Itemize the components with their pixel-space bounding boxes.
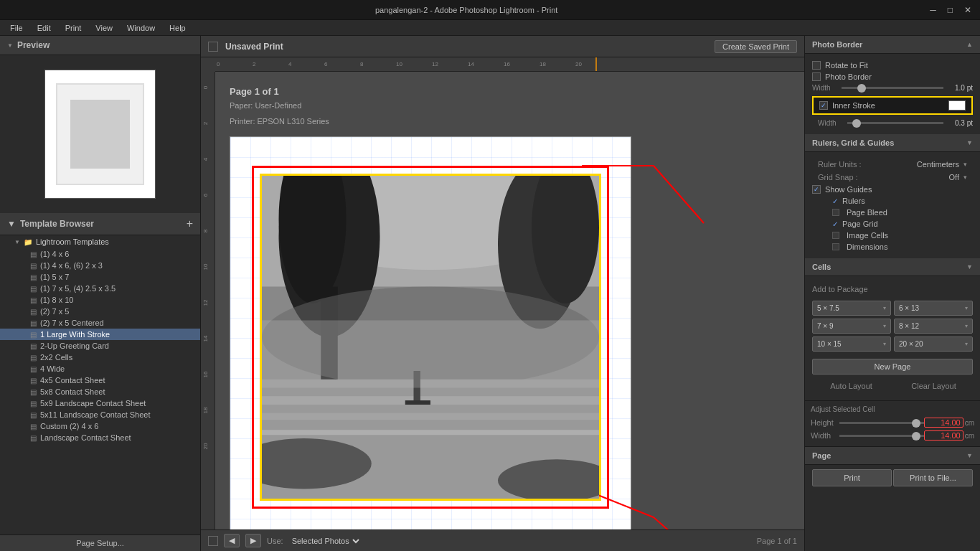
photo-border-arrow: ▲ <box>966 41 973 48</box>
photo-container[interactable] <box>252 166 609 509</box>
dimensions-checkbox[interactable] <box>832 243 839 250</box>
photo-border-header[interactable]: Photo Border ▲ <box>805 36 980 54</box>
height-unit: cm <box>965 419 974 427</box>
template-item-10[interactable]: ▤4 Wide <box>0 363 200 375</box>
template-item-11[interactable]: ▤4x5 Contact Sheet <box>0 375 200 386</box>
layout-buttons: Auto Layout Clear Layout <box>812 380 973 392</box>
template-icon-2: ▤ <box>30 273 37 281</box>
menu-bar: File Edit Print View Window Help <box>0 20 980 36</box>
inner-stroke-checkbox[interactable] <box>819 101 828 110</box>
border-width-slider[interactable] <box>842 87 943 89</box>
inner-stroke-label: Inner Stroke <box>832 101 944 110</box>
nav-prev-button[interactable]: ◀ <box>224 534 240 547</box>
page-section-header[interactable]: Page ▼ <box>805 446 980 465</box>
cells-header[interactable]: Cells ▼ <box>805 258 980 276</box>
border-width-label: Width <box>812 84 837 92</box>
preview-header[interactable]: ▼ Preview <box>0 36 200 55</box>
template-item-7[interactable]: ▤1 Large With Stroke <box>0 329 200 340</box>
template-item-1[interactable]: ▤(1) 4 x 6, (6) 2 x 3 <box>0 260 200 271</box>
menu-window[interactable]: Window <box>120 20 162 35</box>
preview-triangle: ▼ <box>7 42 13 49</box>
inner-stroke-color[interactable] <box>948 100 966 110</box>
image-cells-checkbox[interactable] <box>832 232 839 239</box>
template-item-3[interactable]: ▤(1) 7 x 5, (4) 2.5 x 3.5 <box>0 283 200 294</box>
cell-button-grid: 5 × 7.5 ▾ 6 × 13 ▾ 7 × 9 ▾ 8 × 12 ▾ 10 ×… <box>812 301 973 352</box>
print-button[interactable]: Print <box>812 469 892 486</box>
inner-stroke-slider[interactable] <box>847 122 943 124</box>
canvas-scroll[interactable]: 0 2 4 6 8 10 12 14 16 18 20 <box>201 57 804 529</box>
show-guides-checkbox[interactable] <box>812 185 821 194</box>
template-item-6[interactable]: ▤(2) 7 x 5 Centered <box>0 317 200 329</box>
template-item-5[interactable]: ▤(2) 7 x 5 <box>0 306 200 317</box>
template-item-15[interactable]: ▤Custom (2) 4 x 6 <box>0 420 200 432</box>
print-buttons-row: Print Print to File... <box>805 465 980 491</box>
width-thumb[interactable] <box>912 432 920 441</box>
rulers-grid-header[interactable]: Rulers, Grid & Guides ▼ <box>805 134 980 152</box>
grid-snap-label: Grid Snap : <box>818 173 945 182</box>
menu-edit[interactable]: Edit <box>30 20 58 35</box>
template-browser: ▼ Template Browser + ▼ 📁 Lightroom Templ… <box>0 213 200 534</box>
template-item-9[interactable]: ▤2x2 Cells <box>0 352 200 363</box>
cell-btn-3[interactable]: 8 × 12 ▾ <box>894 319 973 334</box>
auto-layout-button[interactable]: Auto Layout <box>812 380 890 392</box>
menu-print[interactable]: Print <box>58 20 89 35</box>
menu-view[interactable]: View <box>88 20 120 35</box>
unsaved-title: Unsaved Print <box>225 42 283 52</box>
cell-btn-0[interactable]: 5 × 7.5 ▾ <box>812 301 891 316</box>
cell-btn-4[interactable]: 10 × 15 ▾ <box>812 336 891 352</box>
cell-btn-5[interactable]: 20 × 20 ▾ <box>894 336 973 352</box>
use-select[interactable]: Selected Photos <box>289 536 362 546</box>
template-browser-header[interactable]: ▼ Template Browser + <box>0 213 200 235</box>
menu-file[interactable]: File <box>3 20 30 35</box>
print-to-file-button[interactable]: Print to File... <box>893 469 973 486</box>
width-slider[interactable] <box>839 435 924 437</box>
template-item-2[interactable]: ▤(1) 5 x 7 <box>0 271 200 283</box>
cell-dd-5: ▾ <box>965 341 968 347</box>
nav-next-button[interactable]: ▶ <box>245 534 261 547</box>
template-item-12[interactable]: ▤5x8 Contact Sheet <box>0 386 200 397</box>
svg-line-42 <box>654 166 704 223</box>
bottom-check[interactable] <box>208 536 218 546</box>
new-page-button[interactable]: New Page <box>812 359 973 375</box>
cell-btn-2[interactable]: 7 × 9 ▾ <box>812 319 891 334</box>
ruler-units-dropdown[interactable]: ▾ <box>963 161 967 168</box>
adjust-cell-title: Adjust Selected Cell <box>811 405 974 413</box>
grid-snap-value: Off <box>949 173 959 182</box>
print-check[interactable] <box>208 42 218 52</box>
cell-btn-1[interactable]: 6 × 13 ▾ <box>894 301 973 316</box>
minimize-button[interactable]: ─ <box>927 5 939 15</box>
center-column: Unsaved Print Create Saved Print 0 2 4 6… <box>201 36 804 551</box>
rotate-to-fit-checkbox[interactable] <box>812 61 821 70</box>
inner-stroke-thumb[interactable] <box>852 119 861 128</box>
maximize-button[interactable]: □ <box>945 5 956 15</box>
svg-text:2: 2 <box>202 121 209 125</box>
photo-border-checkbox[interactable] <box>812 72 821 81</box>
template-item-14[interactable]: ▤5x11 Landscape Contact Sheet <box>0 409 200 420</box>
dimensions-label: Dimensions <box>847 242 887 251</box>
lightroom-templates-folder[interactable]: ▼ 📁 Lightroom Templates <box>0 235 200 248</box>
template-item-13[interactable]: ▤5x9 Landscape Contact Sheet <box>0 397 200 409</box>
template-item-16[interactable]: ▤Landscape Contact Sheet <box>0 432 200 443</box>
template-icon-8: ▤ <box>30 342 37 350</box>
template-item-4[interactable]: ▤(1) 8 x 10 <box>0 294 200 306</box>
template-item-8[interactable]: ▤2-Up Greeting Card <box>0 340 200 352</box>
border-width-thumb[interactable] <box>857 84 866 93</box>
photo-border-row: Photo Border <box>812 71 973 83</box>
rotate-to-fit-row: Rotate to Fit <box>812 60 973 71</box>
height-thumb[interactable] <box>912 419 920 428</box>
cell-dd-4: ▾ <box>883 341 886 347</box>
folder-label: Lightroom Templates <box>36 237 109 246</box>
grid-snap-dropdown[interactable]: ▾ <box>963 174 967 181</box>
ruler-corner <box>201 57 215 72</box>
rulers-label: Rulers <box>842 197 865 205</box>
menu-help[interactable]: Help <box>162 20 193 35</box>
clear-layout-button[interactable]: Clear Layout <box>895 380 973 392</box>
close-button[interactable]: ✕ <box>961 5 974 15</box>
template-item-0[interactable]: ▤(1) 4 x 6 <box>0 248 200 260</box>
height-slider[interactable] <box>839 422 924 424</box>
add-template-button[interactable]: + <box>187 217 193 230</box>
ruler-units-value: Centimeters <box>917 160 959 169</box>
page-bleed-checkbox[interactable] <box>832 209 839 216</box>
create-saved-button[interactable]: Create Saved Print <box>715 40 797 53</box>
page-setup-button[interactable]: Page Setup... <box>0 534 200 551</box>
